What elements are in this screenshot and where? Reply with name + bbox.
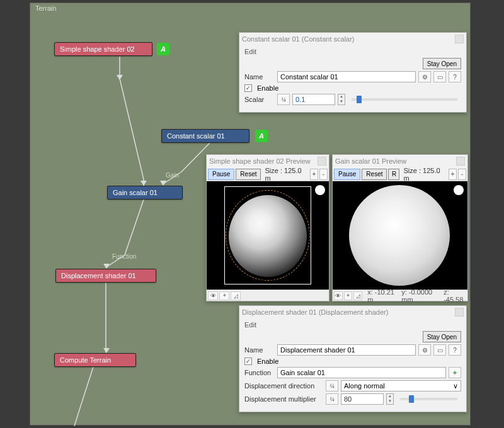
pause-button[interactable]: Pause: [334, 169, 360, 180]
add-function-icon[interactable]: ＋: [449, 367, 461, 378]
stay-open-button[interactable]: Stay Open: [423, 58, 461, 69]
name-label: Name: [244, 346, 275, 354]
eye-icon[interactable]: 👁: [334, 291, 343, 300]
enable-label: Enable: [257, 84, 278, 92]
direction-label: Displacement direction: [244, 382, 323, 390]
close-icon[interactable]: [455, 35, 464, 43]
window-title: Displacement shader 01 (Displacement sha…: [242, 308, 388, 316]
pause-button[interactable]: Pause: [208, 169, 234, 180]
node-compute-terrain[interactable]: Compute Terrain: [54, 353, 136, 367]
target-icon[interactable]: ⌖: [344, 291, 353, 300]
window-title: Simple shape shader 02 Preview: [209, 157, 311, 165]
name-field[interactable]: [277, 71, 416, 82]
badge-a-icon[interactable]: A: [255, 130, 268, 142]
multiplier-field[interactable]: [341, 393, 384, 405]
reset-button[interactable]: Reset: [236, 169, 261, 180]
preview-footer: 👁 ⌖ ◿: [207, 290, 329, 301]
enable-checkbox[interactable]: ✓: [244, 84, 252, 92]
target-icon[interactable]: ⌖: [219, 291, 229, 300]
multiplier-label: Displacement multiplier: [244, 395, 323, 403]
badge-a-icon[interactable]: A: [157, 43, 169, 55]
multiplier-spinner[interactable]: ▲▼: [386, 393, 394, 405]
arrow-icon: [140, 181, 147, 186]
tri-icon[interactable]: ◿: [231, 291, 241, 300]
coord-y: y: -0.0000 mm: [401, 288, 438, 303]
size-label: Size : 125.0 m: [265, 167, 306, 182]
gear-icon[interactable]: [454, 185, 464, 195]
chevron-down-icon: ∨: [453, 382, 458, 390]
gear-icon[interactable]: ⚙: [418, 71, 431, 82]
function-field[interactable]: [277, 367, 446, 378]
preview-canvas[interactable]: [333, 181, 467, 290]
menu-edit[interactable]: Edit: [244, 48, 256, 55]
name-label: Name: [244, 73, 275, 81]
port-label-function: Function: [112, 253, 136, 260]
preview-canvas[interactable]: [207, 181, 329, 290]
gear-icon[interactable]: [315, 185, 325, 195]
multiplier-slider[interactable]: [400, 398, 457, 400]
preview-gain-scalar[interactable]: Gain scalar 01 Preview Pause Reset R Siz…: [332, 154, 468, 301]
function-label: Function: [244, 369, 275, 376]
constant-scalar-editor[interactable]: Constant scalar 01 (Constant scalar) Edi…: [239, 32, 467, 113]
coord-x: x: -10.21 m: [367, 288, 396, 303]
window-titlebar[interactable]: Simple shape shader 02 Preview: [207, 155, 329, 167]
sigma-icon[interactable]: ¼: [326, 380, 338, 391]
eye-icon[interactable]: 👁: [208, 291, 218, 300]
port-label-gain: Gain: [166, 172, 179, 179]
zoom-in-button[interactable]: +: [449, 169, 457, 180]
window-titlebar[interactable]: Constant scalar 01 (Constant scalar): [239, 33, 466, 45]
stay-open-button[interactable]: Stay Open: [423, 331, 461, 342]
enable-label: Enable: [257, 358, 278, 365]
book-icon[interactable]: ▭: [433, 71, 446, 82]
scalar-spinner[interactable]: ▲▼: [338, 94, 345, 105]
sigma-icon[interactable]: ¼: [326, 393, 338, 405]
scalar-label: Scalar: [244, 96, 275, 103]
preview-toolbar: Pause Reset R Size : 125.0 m + -: [333, 167, 467, 181]
direction-select[interactable]: Along normal ∨: [341, 380, 461, 391]
window-titlebar[interactable]: Displacement shader 01 (Displacement sha…: [239, 306, 466, 318]
arrow-icon: [117, 75, 123, 80]
coord-z: z: -45.58: [444, 288, 466, 303]
reset-button[interactable]: Reset: [362, 169, 387, 180]
tri-icon[interactable]: ◿: [353, 291, 362, 300]
window-title: Gain scalar 01 Preview: [335, 157, 406, 165]
zoom-in-button[interactable]: +: [310, 169, 318, 180]
arrow-icon: [103, 348, 110, 353]
name-field[interactable]: [277, 344, 416, 356]
help-icon[interactable]: ?: [449, 344, 461, 356]
preview-toolbar: Pause Reset Size : 125.0 m + -: [207, 167, 329, 181]
terrain-panel: Terrain Simple shape shader 02 A Constan…: [30, 3, 471, 425]
enable-checkbox[interactable]: ✓: [244, 358, 252, 365]
zoom-out-button[interactable]: -: [458, 169, 466, 180]
close-icon[interactable]: [318, 157, 326, 166]
node-simple-shape-shader[interactable]: Simple shape shader 02: [54, 42, 152, 56]
size-label: Size : 125.0 m: [403, 167, 444, 182]
window-titlebar[interactable]: Gain scalar 01 Preview: [333, 155, 467, 167]
menu-edit[interactable]: Edit: [244, 321, 256, 329]
displacement-editor[interactable]: Displacement shader 01 (Displacement sha…: [239, 305, 467, 412]
gear-icon[interactable]: ⚙: [418, 344, 431, 356]
node-displacement-shader[interactable]: Displacement shader 01: [55, 269, 156, 283]
book-icon[interactable]: ▭: [433, 344, 446, 356]
scalar-field[interactable]: [292, 94, 335, 105]
window-title: Constant scalar 01 (Constant scalar): [242, 35, 355, 43]
node-constant-scalar[interactable]: Constant scalar 01: [161, 129, 249, 143]
close-icon[interactable]: [456, 157, 465, 166]
scalar-slider[interactable]: [352, 98, 457, 101]
panel-title: Terrain: [35, 4, 57, 12]
help-icon[interactable]: ?: [449, 71, 461, 82]
r-button[interactable]: R: [388, 169, 399, 180]
preview-footer: 👁 ⌖ ◿ x: -10.21 m y: -0.0000 mm z: -45.5…: [333, 290, 467, 301]
node-gain-scalar[interactable]: Gain scalar 01: [107, 186, 183, 200]
arrow-icon: [160, 181, 166, 186]
zoom-out-button[interactable]: -: [319, 169, 328, 180]
arrow-icon: [103, 264, 110, 269]
sigma-icon[interactable]: ¼: [277, 94, 290, 105]
close-icon[interactable]: [455, 308, 464, 317]
preview-simple-shape[interactable]: Simple shape shader 02 Preview Pause Res…: [206, 154, 329, 301]
